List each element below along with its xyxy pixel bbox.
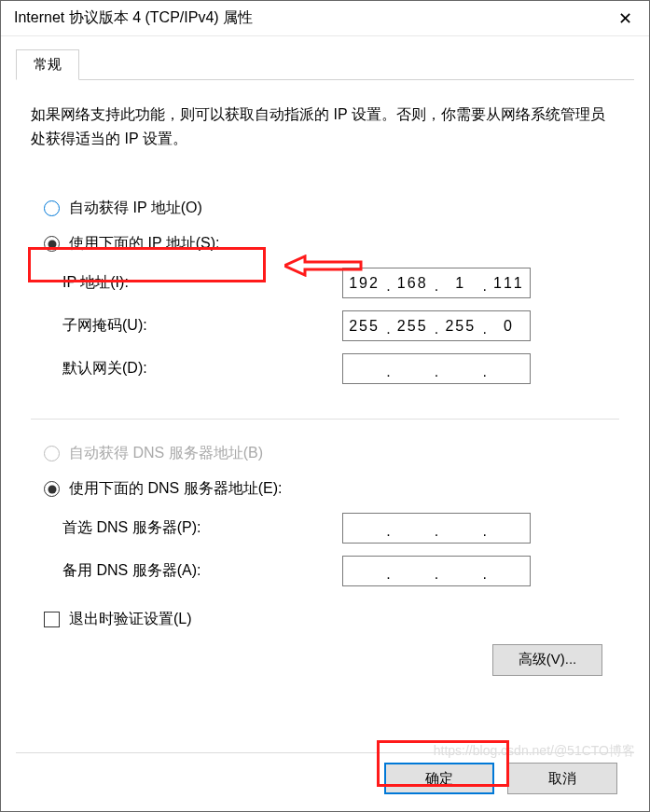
field-alternate-dns: 备用 DNS 服务器(A): . . . (62, 554, 619, 589)
tab-bar: 常规 (16, 49, 634, 80)
close-button[interactable]: ✕ (604, 4, 645, 34)
ok-button[interactable]: 确定 (384, 763, 494, 794)
default-gateway-input[interactable]: . . . (342, 353, 531, 384)
validate-on-exit-row[interactable]: 退出时验证设置(L) (44, 610, 619, 629)
preferred-dns-input[interactable]: . . . (342, 513, 531, 544)
subnet-mask-input[interactable]: 255. 255. 255. 0 (342, 310, 531, 341)
tab-panel-general: 如果网络支持此功能，则可以获取自动指派的 IP 设置。否则，你需要从网络系统管理… (16, 80, 634, 745)
dns-group: 自动获得 DNS 服务器地址(B) 使用下面的 DNS 服务器地址(E): 首选… (31, 419, 619, 676)
subnet-mask-label: 子网掩码(U): (62, 316, 342, 336)
radio-manual-ip-label: 使用下面的 IP 地址(S): (69, 234, 220, 254)
alternate-dns-label: 备用 DNS 服务器(A): (62, 561, 342, 581)
alternate-dns-input[interactable]: . . . (342, 556, 531, 586)
radio-icon (44, 481, 60, 497)
radio-auto-ip[interactable]: 自动获得 IP 地址(O) (44, 195, 619, 223)
default-gateway-label: 默认网关(D): (62, 359, 342, 378)
radio-icon (44, 236, 60, 252)
advanced-button[interactable]: 高级(V)... (492, 644, 602, 676)
radio-manual-dns-label: 使用下面的 DNS 服务器地址(E): (69, 479, 282, 499)
field-preferred-dns: 首选 DNS 服务器(P): . . . (62, 511, 619, 546)
ip-address-input[interactable]: 192. 168. 1. 111 (342, 268, 531, 298)
titlebar: Internet 协议版本 4 (TCP/IPv4) 属性 ✕ (1, 1, 649, 36)
radio-auto-dns: 自动获得 DNS 服务器地址(B) (44, 440, 619, 468)
validate-on-exit-label: 退出时验证设置(L) (69, 610, 192, 629)
annotation-arrow-icon (284, 255, 364, 281)
field-subnet-mask: 子网掩码(U): 255. 255. 255. 0 (62, 309, 619, 344)
radio-icon (44, 446, 60, 461)
tab-general[interactable]: 常规 (16, 49, 79, 80)
radio-auto-dns-label: 自动获得 DNS 服务器地址(B) (69, 444, 263, 463)
preferred-dns-label: 首选 DNS 服务器(P): (62, 518, 342, 538)
dialog-buttons: 确定 取消 (16, 752, 634, 811)
radio-icon (44, 200, 60, 216)
field-default-gateway: 默认网关(D): . . . (62, 351, 619, 387)
radio-manual-dns[interactable]: 使用下面的 DNS 服务器地址(E): (44, 475, 619, 503)
svg-marker-0 (284, 256, 361, 275)
window-title: Internet 协议版本 4 (TCP/IPv4) 属性 (14, 8, 253, 28)
intro-text: 如果网络支持此功能，则可以获取自动指派的 IP 设置。否则，你需要从网络系统管理… (31, 103, 619, 152)
content-area: 常规 如果网络支持此功能，则可以获取自动指派的 IP 设置。否则，你需要从网络系… (1, 36, 649, 752)
cancel-button[interactable]: 取消 (507, 763, 617, 794)
ip-group: 自动获得 IP 地址(O) 使用下面的 IP 地址(S): IP 地址(I): … (31, 191, 619, 407)
close-icon: ✕ (618, 8, 632, 29)
radio-auto-ip-label: 自动获得 IP 地址(O) (69, 199, 202, 218)
dialog-window: Internet 协议版本 4 (TCP/IPv4) 属性 ✕ 常规 如果网络支… (0, 0, 650, 812)
checkbox-icon (44, 612, 60, 627)
